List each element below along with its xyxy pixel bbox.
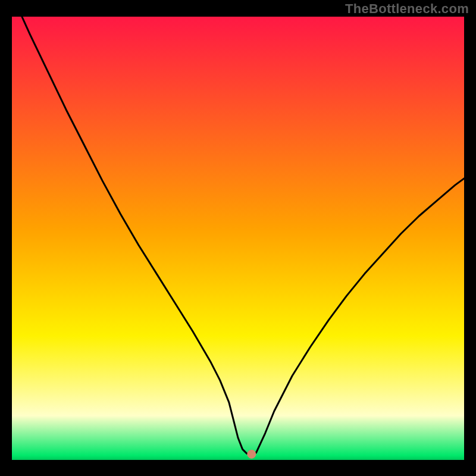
plot-area <box>12 17 464 460</box>
watermark-text: TheBottleneck.com <box>345 1 469 17</box>
chart-container: TheBottleneck.com <box>0 0 476 476</box>
optimal-point-marker <box>248 450 256 458</box>
bottleneck-chart <box>12 17 464 460</box>
